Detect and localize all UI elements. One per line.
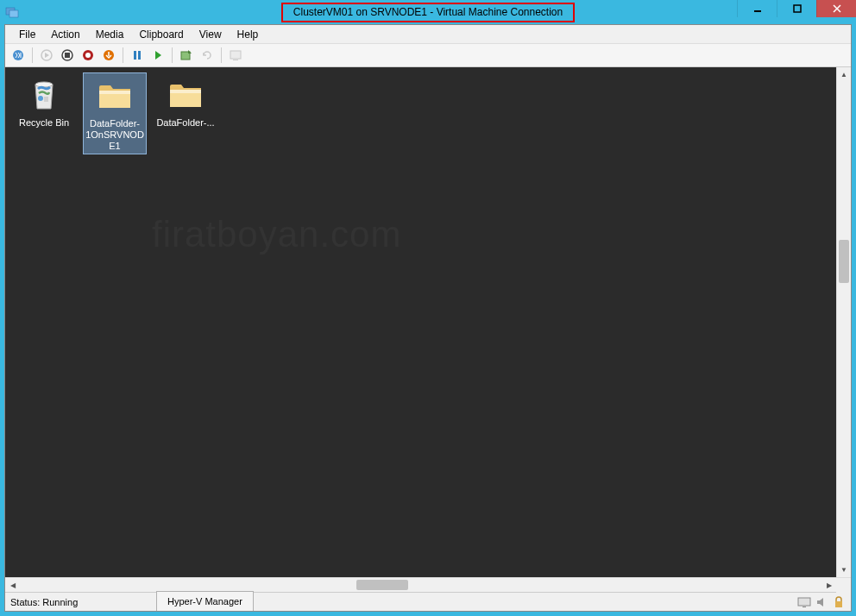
svg-point-17 [38,96,43,101]
menu-help[interactable]: Help [230,27,266,42]
svg-rect-20 [802,607,806,607]
pause-button[interactable] [128,46,147,65]
display-config-icon[interactable] [797,595,811,609]
svg-point-9 [85,53,91,58]
scroll-left-arrow[interactable]: ◀ [5,578,20,593]
icon-label: DataFolder-... [156,117,214,129]
ctrl-alt-del-button[interactable] [9,46,28,65]
scroll-right-arrow[interactable]: ▶ [821,578,836,593]
status-text: Status: Running [10,597,78,607]
checkpoint-button[interactable] [177,46,196,65]
svg-rect-19 [798,598,810,606]
svg-rect-14 [230,51,241,59]
svg-rect-1 [9,10,18,17]
enhanced-session-button[interactable] [226,46,245,65]
menubar: File Action Media Clipboard View Help [5,25,851,43]
app-icon [0,0,24,24]
shut-down-button[interactable] [79,46,98,65]
folder-icon [94,75,135,116]
titlebar: ClusterVM01 on SRVNODE1 - Virtual Machin… [0,0,856,24]
folder-icon [165,74,206,116]
taskbar-tab-hyperv[interactable]: Hyper-V Manager [156,591,254,611]
watermark: firatboyan.com [152,214,401,255]
svg-rect-11 [134,51,136,60]
close-button[interactable] [816,0,856,17]
speaker-icon[interactable] [815,595,828,609]
svg-rect-15 [233,60,238,60]
icon-label: Recycle Bin [19,117,69,129]
svg-rect-12 [138,51,141,60]
menu-file[interactable]: File [12,27,42,42]
revert-button[interactable] [198,46,217,65]
desktop-icon-datafolder-1[interactable]: DataFolder-1OnSRVNODE1 [83,72,147,154]
recycle-bin-icon [23,74,65,116]
svg-rect-7 [65,53,70,58]
window-title: ClusterVM01 on SRVNODE1 - Virtual Machin… [281,3,575,22]
svg-rect-21 [835,601,842,607]
start-button[interactable] [37,46,56,65]
menu-media[interactable]: Media [89,27,131,42]
statusbar: Status: Running [5,592,851,611]
scroll-thumb[interactable] [356,580,408,590]
svg-rect-18 [44,97,48,102]
menu-clipboard[interactable]: Clipboard [132,27,190,42]
lock-icon[interactable] [832,595,846,609]
vm-desktop[interactable]: firatboyan.com Recycle Bin [5,67,836,577]
vertical-scrollbar[interactable]: ▲ ▼ [836,67,851,577]
taskbar-tab-label: Hyper-V Manager [167,596,242,607]
maximize-button[interactable] [777,0,816,17]
reset-button[interactable] [148,46,167,65]
svg-rect-2 [754,10,761,12]
desktop-icon-datafolder-2[interactable]: DataFolder-... [154,72,217,154]
horizontal-scrollbar[interactable]: ◀ ▶ [5,577,851,592]
desktop-icon-recycle-bin[interactable]: Recycle Bin [12,72,76,154]
scroll-thumb[interactable] [839,240,849,283]
minimize-button[interactable] [737,0,777,17]
toolbar [5,43,851,67]
save-button[interactable] [99,46,118,65]
svg-point-16 [35,82,53,87]
menu-action[interactable]: Action [44,27,86,42]
icon-label: DataFolder-1OnSRVNODE1 [85,118,144,152]
svg-point-4 [13,50,23,60]
svg-rect-3 [794,5,801,12]
scroll-down-arrow[interactable]: ▼ [837,563,851,577]
menu-view[interactable]: View [192,27,229,42]
turn-off-button[interactable] [58,46,77,65]
scroll-up-arrow[interactable]: ▲ [837,67,851,82]
